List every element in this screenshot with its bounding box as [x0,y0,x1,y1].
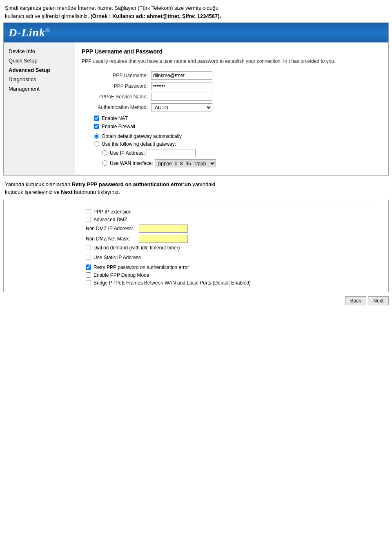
sidebar-item-device-info[interactable]: Device Info [4,47,75,56]
auto-gateway-label: Obtain default gateway automatically [102,133,182,139]
service-row: PPPoE Service Name: [86,93,382,101]
auth-row: Authentication Method: AUTO [86,103,382,111]
back-button[interactable]: Back [345,296,367,305]
auto-gateway-radio[interactable] [94,133,99,139]
retry-ppp-checkbox[interactable] [86,265,91,270]
ppp-ip-extension-checkbox[interactable] [86,209,91,214]
dlink-logo: D-Link® [9,26,50,39]
router-header: D-Link® [4,23,388,42]
mid-instruction: Yanında kutucuk olanlardan Retry PPP pas… [0,176,392,200]
ip-address-row: Use IP Address: [102,149,382,157]
bridge-label: Bridge PPPoE Frames Between WAN and Loca… [94,280,251,286]
username-row: PPP Username: [86,71,382,80]
auth-label: Authentication Method: [86,104,151,110]
section-desc: PPP usually requires that you have a use… [82,58,382,65]
enable-firewall-row: Enable Firewall [94,124,382,129]
debug-mode-label: Enable PPP Debug Mode [94,272,149,278]
enable-nat-label: Enable NAT [102,116,128,121]
sidebar-item-advanced-setup[interactable]: Advanced Setup [4,65,75,75]
service-input[interactable] [151,93,212,101]
sidebar: Device Info Quick Setup Advanced Setup D… [4,42,75,175]
non-dmz-ip-label: Non DMZ IP Address: [86,226,139,231]
wan-interface-row: Use WAN Interface: pppoe_0_8_35_1/ppp_0_… [102,159,382,167]
sidebar-item-diagnostics[interactable]: Diagnostics [4,75,75,84]
main-content: PPP Username and Password PPP usually re… [75,42,388,175]
manual-gateway-row: Use the following default gateway: [94,141,382,147]
bottom-buttons: Back Next [0,292,392,309]
service-label: PPPoE Service Name: [86,94,151,100]
dial-on-demand-label: Dial on demand (with idle timeout timer) [94,245,180,251]
username-label: PPP Username: [86,73,151,78]
panel2-divider [82,204,382,204]
auth-select[interactable]: AUTO [151,103,212,111]
advanced-dmz-label: Advanced DMZ [94,217,127,222]
ppp-ip-extension-label: PPP IP extension [94,209,131,215]
password-label: PPP Password: [86,83,151,89]
sidebar-item-quick-setup[interactable]: Quick Setup [4,56,75,65]
panel2: PPP IP extension Advanced DMZ Non DMZ IP… [3,200,389,292]
dial-on-demand-checkbox[interactable] [86,245,91,250]
non-dmz-mask-label: Non DMZ Net Mask: [86,236,139,242]
retry-ppp-row: Retry PPP password on authentication err… [86,265,382,270]
gateway-section: Obtain default gateway automatically Use… [94,133,382,167]
enable-nat-row: Enable NAT [94,116,382,121]
checkboxes-section: Enable NAT Enable Firewall [82,116,382,129]
form-table: PPP Username: PPP Password: PPPoE Servic… [86,71,382,111]
next-button[interactable]: Next [368,296,389,305]
bridge-row: Bridge PPPoE Frames Between WAN and Loca… [86,280,382,286]
non-dmz-ip-row: Non DMZ IP Address: [86,225,382,233]
advanced-dmz-checkbox[interactable] [86,217,91,222]
top-instruction: Şimdi karşınıza gelen menüde İnternet hi… [0,0,392,22]
auto-gateway-row: Obtain default gateway automatically [94,133,382,139]
retry-ppp-label: Retry PPP password on authentication err… [94,265,189,270]
ppp-ip-extension-row: PPP IP extension [86,209,382,215]
enable-firewall-label: Enable Firewall [102,124,135,129]
panel2-content: PPP IP extension Advanced DMZ Non DMZ IP… [75,200,388,292]
ip-address-input[interactable] [147,149,196,157]
router-ui: D-Link® Device Info Quick Setup Advanced… [3,22,389,176]
sidebar-item-management[interactable]: Management [4,84,75,93]
username-input[interactable] [151,71,212,80]
debug-mode-row: Enable PPP Debug Mode [86,272,382,278]
non-dmz-mask-input[interactable] [139,235,188,243]
password-input[interactable] [151,82,212,90]
manual-gateway-label: Use the following default gateway: [102,141,176,147]
non-dmz-ip-input[interactable] [139,225,188,233]
bridge-checkbox[interactable] [86,280,91,285]
static-ip-checkbox[interactable] [86,255,91,260]
non-dmz-mask-row: Non DMZ Net Mask: [86,235,382,243]
manual-gateway-radio[interactable] [94,141,99,147]
static-ip-row: Use Static IP Address [86,255,382,260]
password-row: PPP Password: [86,82,382,90]
router-body: Device Info Quick Setup Advanced Setup D… [4,42,388,175]
static-ip-label: Use Static IP Address [94,255,141,260]
wan-interface-label: Use WAN Interface: [110,160,153,166]
section-title: PPP Username and Password [82,48,382,55]
wan-interface-radio[interactable] [102,160,107,166]
enable-firewall-checkbox[interactable] [94,124,99,129]
ip-address-radio[interactable] [102,150,107,156]
debug-mode-checkbox[interactable] [86,272,91,278]
dial-on-demand-row: Dial on demand (with idle timeout timer) [86,245,382,251]
advanced-dmz-row: Advanced DMZ [86,217,382,222]
wan-interface-select[interactable]: pppoe_0_8_35_1/ppp_0_8_35_1 [155,159,216,167]
ip-address-label: Use IP Address: [110,150,145,156]
enable-nat-checkbox[interactable] [94,116,99,121]
